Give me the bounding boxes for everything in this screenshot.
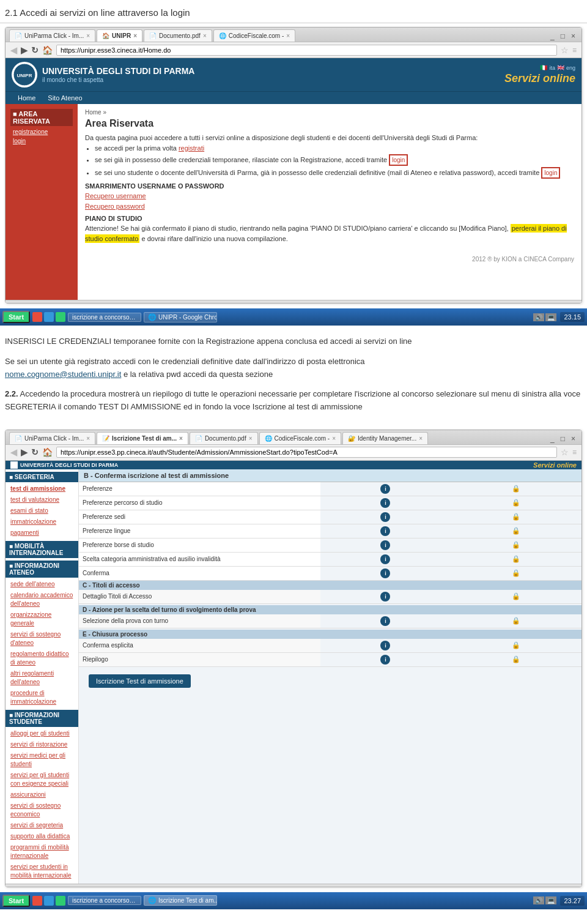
browser-address-bar-2: ◀ ▶ ↻ 🏠 ☆ ≡ bbox=[6, 445, 581, 461]
sidebar-registrazione[interactable]: registrazione bbox=[10, 127, 73, 136]
tab-codice-fiscale[interactable]: 🌐 CodiceFiscale.com - × bbox=[213, 29, 295, 42]
taskbar-icon-2-3 bbox=[56, 896, 65, 906]
maximize-btn-2[interactable]: □ bbox=[558, 433, 567, 444]
seg-link-supporto[interactable]: supporto alla didattica bbox=[6, 831, 78, 842]
forward-btn-2[interactable]: ▶ bbox=[21, 447, 28, 457]
tab2-identity[interactable]: 🔐 Identity Managemer... × bbox=[342, 432, 428, 444]
seg-link-procedure[interactable]: procedure di immatricolazione bbox=[6, 688, 78, 707]
tab2-uniparma-click[interactable]: 📄 UniParma Click - Im... × bbox=[9, 432, 95, 444]
row-info-icon-6[interactable]: i bbox=[320, 552, 451, 566]
browser-window-2: 📄 UniParma Click - Im... × 📝 Iscrizione … bbox=[5, 430, 582, 887]
row-info-icon-7[interactable]: i bbox=[320, 566, 451, 580]
taskbar-icons-2 bbox=[32, 896, 65, 906]
website-content-1: UNIPR UNIVERSITÀ DEGLI STUDI DI PARMA il… bbox=[6, 58, 581, 300]
page-title: Area Riservata bbox=[85, 118, 574, 129]
tab-documento-pdf[interactable]: 📄 Documento.pdf × bbox=[144, 29, 212, 42]
row-info-icon-3[interactable]: i bbox=[320, 510, 451, 524]
taskbar-icon-2-1 bbox=[32, 896, 42, 906]
minimize-btn-2[interactable]: _ bbox=[548, 433, 557, 444]
login-box-1[interactable]: login bbox=[389, 154, 408, 166]
seg-link-esami-stato[interactable]: esami di stato bbox=[6, 505, 78, 516]
taskbar-2: Start iscrizione a concorso p... 🌐 Iscri… bbox=[0, 892, 587, 909]
maximize-btn[interactable]: □ bbox=[558, 31, 567, 42]
seg-link-servizi-sostegno[interactable]: servizi di sostegno d'ateneo bbox=[6, 629, 78, 649]
seg-segreteria-title: ■ SEGRETERIA bbox=[6, 472, 78, 482]
bookmark-icon[interactable]: ☆ bbox=[561, 45, 569, 55]
menu-icon-2[interactable]: ≡ bbox=[572, 448, 577, 456]
taskbar-btn-iscrizione[interactable]: iscrizione a concorso p... bbox=[68, 313, 141, 322]
row-label-lingue: Preferenze lingue bbox=[79, 524, 320, 538]
tab2-documento[interactable]: 📄 Documento.pdf × bbox=[190, 432, 258, 444]
seg-table-e: Conferma esplicita i 🔒 Riepilogo i 🔒 bbox=[79, 639, 581, 667]
row-info-icon-d1[interactable]: i bbox=[320, 614, 451, 628]
row-info-icon-2[interactable]: i bbox=[320, 496, 451, 510]
browser-statusbar-2 bbox=[6, 884, 581, 887]
seg-link-sostegno-eco[interactable]: servizi di sostegno economico bbox=[6, 800, 78, 820]
bullet-3: se sei uno studente o docente dell'Unive… bbox=[95, 167, 574, 179]
row-info-icon-4[interactable]: i bbox=[320, 524, 451, 538]
iscrizione-btn-container: Iscrizione Test di ammissione bbox=[79, 667, 581, 695]
nav-home[interactable]: Home bbox=[12, 92, 42, 104]
row-info-icon-1[interactable]: i bbox=[320, 482, 451, 496]
row-info-icon-c1[interactable]: i bbox=[320, 590, 451, 604]
desc-para-3: 2.2. Accedendo la procedura mostrerà un … bbox=[5, 388, 582, 414]
seg-link-organizzazione[interactable]: organizzazione generale bbox=[6, 609, 78, 629]
seg-link-test-ammissione[interactable]: test di ammissione bbox=[6, 483, 78, 494]
tab-uniparma-click[interactable]: 📄 UniParma Click - Im... × bbox=[9, 29, 95, 42]
registrati-link[interactable]: registrati bbox=[179, 144, 204, 152]
seg-link-studenti-mobilita[interactable]: servizi per studenti in mobilità interna… bbox=[6, 862, 78, 881]
minimize-btn[interactable]: _ bbox=[548, 31, 557, 42]
seg-link-esigenze-speciali[interactable]: servizi per gli studenti con esigenze sp… bbox=[6, 770, 78, 789]
seg-link-pagamenti[interactable]: pagamenti bbox=[6, 527, 78, 538]
row-info-icon-e1[interactable]: i bbox=[320, 639, 451, 653]
section-d-divider: D - Azione per la scelta del turno di sv… bbox=[79, 605, 581, 614]
menu-icon[interactable]: ≡ bbox=[572, 46, 577, 54]
back-btn-2[interactable]: ◀ bbox=[10, 447, 17, 457]
address-input[interactable] bbox=[56, 45, 557, 56]
seg-link-assicurazioni[interactable]: assicurazioni bbox=[6, 789, 78, 800]
seg-link-regolamento[interactable]: regolamento didattico di ateneo bbox=[6, 649, 78, 668]
row-lock-icon-e1: 🔒 bbox=[451, 639, 581, 653]
login-box-2[interactable]: login bbox=[541, 167, 560, 179]
seg-link-sede[interactable]: sede dell'ateneo bbox=[6, 579, 78, 590]
table-row: Preferenze i 🔒 bbox=[79, 482, 581, 496]
row-info-icon-e2[interactable]: i bbox=[320, 652, 451, 666]
home-btn[interactable]: 🏠 bbox=[42, 45, 53, 55]
taskbar-btn-unipr[interactable]: 🌐 UNIPR - Google Chro... bbox=[144, 312, 217, 322]
back-btn[interactable]: ◀ bbox=[10, 45, 17, 55]
row-info-icon-5[interactable]: i bbox=[320, 538, 451, 552]
servizi-online: Servizi online bbox=[504, 72, 575, 85]
start-button-1[interactable]: Start bbox=[2, 311, 30, 323]
seg-link-immatricolazione[interactable]: immatricolazione bbox=[6, 516, 78, 527]
address-input-2[interactable] bbox=[56, 447, 557, 458]
recupero-username-link[interactable]: Recupero username bbox=[85, 192, 146, 199]
reload-btn[interactable]: ↻ bbox=[31, 45, 39, 55]
nav-sito-ateneo[interactable]: Sito Ateneo bbox=[42, 92, 88, 104]
iscrizione-btn[interactable]: Iscrizione Test di ammissione bbox=[89, 674, 191, 688]
sidebar-login[interactable]: login bbox=[10, 136, 73, 146]
seg-link-medici[interactable]: servizi medici per gli studenti bbox=[6, 750, 78, 770]
row-label-borse: Preferenze borse di studio bbox=[79, 538, 320, 552]
seg-link-calendario[interactable]: calendario accademico dell'ateneo bbox=[6, 590, 78, 609]
bookmark-icon-2[interactable]: ☆ bbox=[561, 447, 569, 457]
seg-link-alloggi[interactable]: alloggi per gli studenti bbox=[6, 728, 78, 739]
reload-btn-2[interactable]: ↻ bbox=[31, 447, 39, 457]
seg-link-test-valutazione[interactable]: test di valutazione bbox=[6, 494, 78, 505]
recupero-password-link[interactable]: Recupero password bbox=[85, 203, 145, 210]
close-btn-2[interactable]: × bbox=[569, 433, 578, 444]
flags-area: 🇮🇹ita 🇬🇧eng bbox=[540, 64, 575, 71]
seg-link-altri-reg[interactable]: altri regolamenti dell'ateneo bbox=[6, 668, 78, 688]
seg-link-ristorazione[interactable]: servizi di ristorazione bbox=[6, 739, 78, 750]
start-button-2[interactable]: Start bbox=[2, 895, 30, 907]
seg-link-mobilita-prog[interactable]: programmi di mobilità internazionale bbox=[6, 842, 78, 862]
tab2-iscrizione[interactable]: 📝 Iscrizione Test di am... × bbox=[97, 432, 188, 444]
close-btn[interactable]: × bbox=[569, 31, 578, 42]
tab-unipr[interactable]: 🏠 UNIPR × bbox=[97, 29, 142, 42]
home-btn-2[interactable]: 🏠 bbox=[42, 447, 53, 457]
seg-link-segreteria[interactable]: servizi di segreteria bbox=[6, 820, 78, 831]
taskbar2-btn-test[interactable]: 🌐 Iscrizione Test di am... bbox=[144, 895, 217, 906]
tab2-codice-fiscale[interactable]: 🌐 CodiceFiscale.com - × bbox=[259, 432, 341, 444]
email-link[interactable]: nome.cognome@studenti.unipr.it bbox=[5, 370, 121, 379]
taskbar2-btn-iscrizione[interactable]: iscrizione a concorso p... bbox=[68, 896, 141, 905]
forward-btn[interactable]: ▶ bbox=[21, 45, 28, 55]
